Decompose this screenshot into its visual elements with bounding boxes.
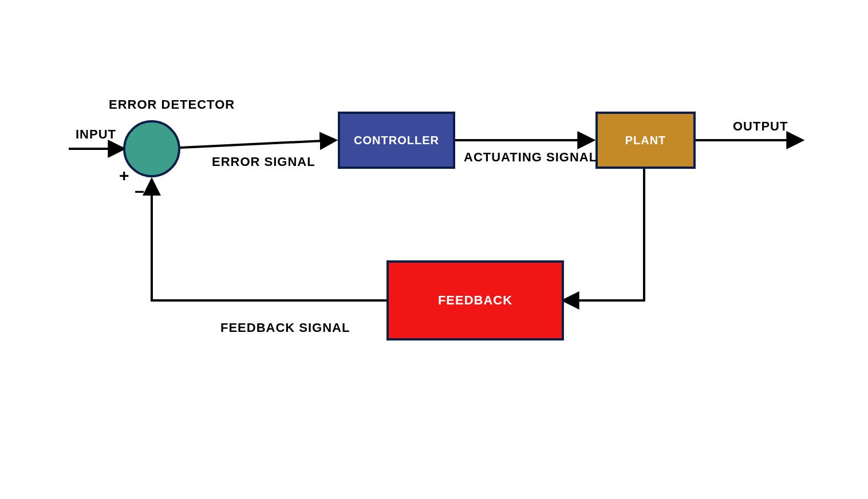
minus-sign: − — [135, 182, 145, 201]
plant-label: PLANT — [625, 134, 666, 147]
feedback-block: FEEDBACK — [386, 260, 564, 340]
arrows-layer — [23, 23, 845, 476]
arrow-error-signal — [180, 140, 335, 148]
plant-block: PLANT — [595, 112, 696, 169]
label-input: INPUT — [76, 127, 116, 142]
label-error-detector: ERROR DETECTOR — [109, 97, 235, 112]
summing-junction — [123, 120, 180, 177]
label-error-signal: ERROR SIGNAL — [212, 155, 315, 169]
arrow-feedback-signal — [152, 180, 386, 300]
label-output: OUTPUT — [733, 119, 788, 134]
feedback-label: FEEDBACK — [438, 293, 512, 308]
controller-label: CONTROLLER — [354, 134, 439, 147]
label-feedback-signal: FEEDBACK SIGNAL — [220, 320, 350, 335]
plus-sign: + — [119, 166, 129, 185]
controller-block: CONTROLLER — [338, 112, 455, 169]
diagram-canvas: + − CONTROLLER PLANT FEEDBACK INPUT ERRO… — [23, 23, 845, 476]
label-actuating-signal: ACTUATING SIGNAL — [464, 150, 597, 165]
